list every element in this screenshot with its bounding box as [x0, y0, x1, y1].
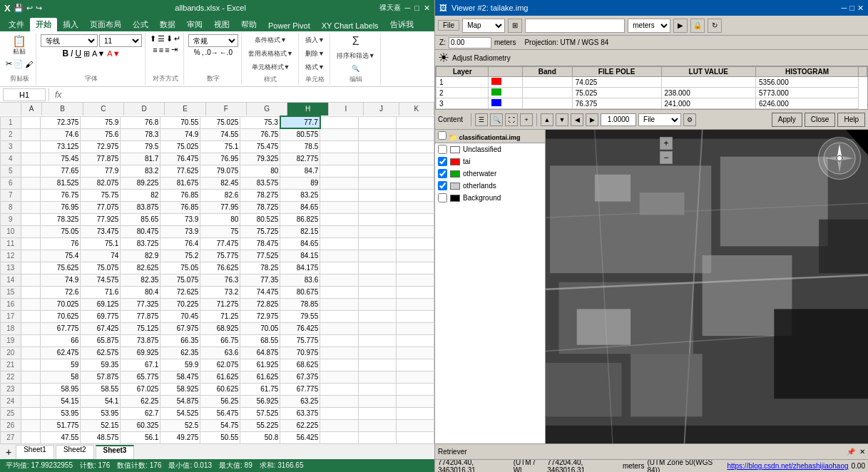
cell-j[interactable]: [358, 250, 396, 262]
cell-k[interactable]: [396, 225, 434, 237]
cell-e[interactable]: 66.35: [160, 334, 200, 347]
cell-j[interactable]: [358, 213, 396, 225]
cell-j[interactable]: [358, 116, 396, 128]
cell-j[interactable]: [358, 431, 396, 443]
cell-f[interactable]: 71.25: [200, 310, 240, 322]
cell-ref-input[interactable]: [3, 88, 46, 101]
cell-i[interactable]: [320, 237, 358, 250]
cell-g[interactable]: 61.75: [240, 383, 280, 395]
settings-icon-btn[interactable]: ⚙: [683, 113, 696, 126]
cell-k[interactable]: [396, 347, 434, 359]
align-bottom-btn[interactable]: ⬇: [166, 34, 173, 43]
close-button[interactable]: Close: [805, 113, 836, 127]
cell-j[interactable]: [358, 383, 396, 395]
cell-b[interactable]: 77.65: [41, 165, 81, 177]
sort-filter-btn[interactable]: 排序和筛选▼: [335, 50, 377, 62]
cell-e[interactable]: 52.5: [160, 419, 200, 431]
cell-d[interactable]: 78.3: [121, 128, 160, 140]
cell-k[interactable]: [396, 419, 434, 431]
cell-j[interactable]: [358, 286, 396, 298]
cell-k[interactable]: [396, 128, 434, 140]
apply-button[interactable]: Apply: [772, 113, 802, 127]
cell-k[interactable]: [396, 177, 434, 189]
cell-j[interactable]: [358, 419, 396, 431]
triangle-up-btn[interactable]: ▲: [541, 113, 553, 126]
cell-e[interactable]: 75.2: [160, 250, 200, 262]
cell-e[interactable]: 70.55: [160, 116, 200, 128]
cell-e[interactable]: 73.9: [160, 225, 200, 237]
layer-background[interactable]: Background: [435, 192, 545, 204]
cell-c[interactable]: 69.125: [81, 298, 121, 310]
cell-e[interactable]: 76.85: [160, 189, 200, 201]
cell-k[interactable]: [396, 274, 434, 286]
cell-h[interactable]: 70.975: [280, 347, 320, 359]
cell-i[interactable]: [320, 274, 358, 286]
cell-b[interactable]: 78.325: [41, 213, 81, 225]
cell-c[interactable]: 52.15: [81, 419, 121, 431]
cell-f[interactable]: 76.95: [200, 153, 240, 165]
cell-a[interactable]: [21, 262, 41, 274]
cell-b[interactable]: 75.45: [41, 153, 81, 165]
cell-i[interactable]: [320, 347, 358, 359]
cell-j[interactable]: [358, 128, 396, 140]
cell-e[interactable]: 75.075: [160, 274, 200, 286]
cell-e[interactable]: 70.45: [160, 310, 200, 322]
align-top-btn[interactable]: ⬆: [150, 34, 156, 43]
cell-e[interactable]: 54.875: [160, 395, 200, 407]
cell-i[interactable]: [320, 128, 358, 140]
cell-h[interactable]: 83.6: [280, 274, 320, 286]
cell-i[interactable]: [320, 431, 358, 443]
cell-a[interactable]: [21, 419, 41, 431]
cell-b[interactable]: 74.9: [41, 274, 81, 286]
cell-a[interactable]: [21, 189, 41, 201]
cell-h[interactable]: 68.625: [280, 359, 320, 371]
cell-b[interactable]: 66: [41, 334, 81, 347]
cell-i[interactable]: [320, 371, 358, 383]
align-left-btn[interactable]: ≡: [153, 46, 157, 54]
cell-f[interactable]: 75.025: [200, 116, 240, 128]
cell-k[interactable]: [396, 286, 434, 298]
cell-f[interactable]: 75.1: [200, 140, 240, 153]
cell-f[interactable]: 75.775: [200, 250, 240, 262]
cell-g[interactable]: 78.25: [240, 262, 280, 274]
col-header-a[interactable]: A: [21, 103, 43, 116]
cell-e[interactable]: 70.225: [160, 298, 200, 310]
cell-d[interactable]: 65.775: [121, 371, 160, 383]
cell-g[interactable]: 61.925: [240, 359, 280, 371]
cell-h[interactable]: 78.85: [280, 298, 320, 310]
cell-g[interactable]: 80: [240, 165, 280, 177]
cell-c[interactable]: 65.875: [81, 334, 121, 347]
cell-c[interactable]: 71.6: [81, 286, 121, 298]
col-header-d[interactable]: D: [124, 103, 165, 116]
col-header-h[interactable]: H: [287, 103, 328, 116]
col-header-g[interactable]: G: [247, 103, 287, 116]
tab-data[interactable]: 数据: [154, 18, 181, 31]
cell-g[interactable]: 55.225: [240, 419, 280, 431]
col-header-i[interactable]: I: [329, 103, 364, 116]
cell-d[interactable]: 80.4: [121, 286, 160, 298]
cell-d[interactable]: 77.325: [121, 298, 160, 310]
cell-d[interactable]: 82: [121, 189, 160, 201]
italic-btn[interactable]: I: [71, 48, 73, 58]
cell-c[interactable]: 62.575: [81, 347, 121, 359]
cell-c[interactable]: 77.925: [81, 213, 121, 225]
cell-i[interactable]: [320, 165, 358, 177]
cell-d[interactable]: 75.125: [121, 322, 160, 334]
cell-e[interactable]: 77.625: [160, 165, 200, 177]
cell-j[interactable]: [358, 334, 396, 347]
layer-unclassified-checkbox[interactable]: [438, 145, 447, 154]
cell-g[interactable]: 57.525: [240, 407, 280, 419]
cell-c[interactable]: 74: [81, 250, 121, 262]
cell-i[interactable]: [320, 250, 358, 262]
underline-btn[interactable]: U: [75, 48, 81, 58]
cell-c[interactable]: 74.575: [81, 274, 121, 286]
cell-h[interactable]: 84.65: [280, 237, 320, 250]
cell-a[interactable]: [21, 116, 41, 128]
cell-j[interactable]: [358, 237, 396, 250]
cell-g[interactable]: 83.575: [240, 177, 280, 189]
cell-j[interactable]: [358, 177, 396, 189]
cell-g[interactable]: 75.475: [240, 140, 280, 153]
cell-a[interactable]: [21, 250, 41, 262]
cell-a[interactable]: [21, 153, 41, 165]
cell-g[interactable]: 50.8: [240, 431, 280, 443]
